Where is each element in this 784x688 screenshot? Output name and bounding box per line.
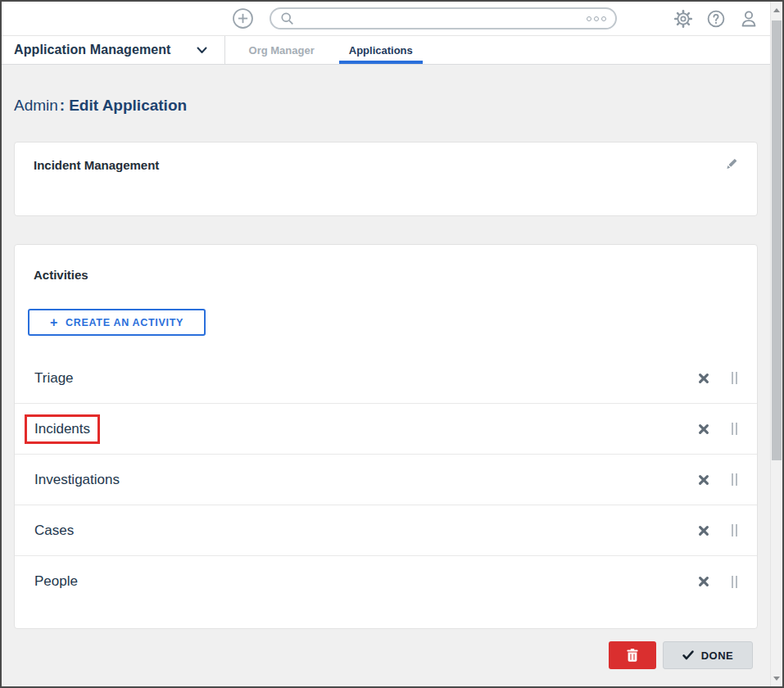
scroll-down-button[interactable]: [771, 672, 782, 685]
app-module-label: Application Management: [14, 43, 171, 57]
application-name-card: Incident Management: [14, 142, 758, 216]
activities-card: Activities + CREATE AN ACTIVITY Triage I…: [14, 244, 758, 629]
page-title-prefix: Admin: [14, 97, 58, 114]
settings-button[interactable]: [673, 9, 693, 29]
create-activity-button[interactable]: + CREATE AN ACTIVITY: [28, 309, 206, 336]
activities-heading: Activities: [15, 268, 757, 282]
drag-handle-icon[interactable]: [732, 473, 737, 486]
topbar-right-icons: [673, 9, 759, 29]
nav-bar: Application Management Org Manager Appli…: [2, 36, 770, 65]
help-button[interactable]: [706, 9, 726, 29]
activity-list: Triage Incidents Investigations: [15, 353, 757, 607]
search-icon: [280, 11, 294, 25]
search-bar[interactable]: [270, 7, 617, 29]
activity-row: Investigations: [15, 455, 757, 505]
done-button[interactable]: DONE: [663, 641, 753, 669]
drag-handle-icon[interactable]: [732, 423, 737, 435]
tab-bar: Org Manager Applications: [232, 36, 430, 64]
activity-label[interactable]: Cases: [34, 523, 74, 538]
footer-actions: DONE: [2, 641, 753, 669]
main-area: Application Management Org Manager Appli…: [2, 2, 770, 686]
done-label: DONE: [701, 650, 733, 662]
scrollbar-thumb[interactable]: [772, 20, 782, 460]
gear-icon: [673, 9, 693, 29]
tab-applications[interactable]: Applications: [332, 36, 430, 64]
x-mark-icon: [698, 474, 709, 486]
chevron-down-icon: [197, 47, 207, 54]
plus-circle-icon: [232, 7, 254, 29]
activity-label[interactable]: Incidents: [34, 421, 90, 437]
x-mark-icon: [698, 373, 709, 384]
remove-activity-button[interactable]: [698, 373, 709, 384]
triangle-down-icon: [773, 677, 780, 681]
checkmark-icon: [682, 650, 694, 660]
x-mark-icon: [698, 423, 709, 435]
activity-label[interactable]: Triage: [34, 370, 74, 386]
add-button[interactable]: [232, 7, 254, 29]
page-content: Admin:Edit Application Incident Manageme…: [2, 65, 770, 686]
question-circle-icon: [706, 9, 726, 29]
create-activity-label: CREATE AN ACTIVITY: [66, 317, 184, 328]
remove-activity-button[interactable]: [698, 525, 709, 536]
page-title: Admin:Edit Application: [14, 97, 758, 115]
activity-label-wrap: Triage: [34, 370, 698, 387]
scroll-up-button[interactable]: [771, 3, 782, 16]
x-mark-icon: [698, 576, 709, 587]
top-bar: [2, 2, 770, 36]
activity-label[interactable]: People: [34, 573, 78, 589]
scrollbar-track[interactable]: [770, 2, 782, 686]
account-button[interactable]: [739, 9, 759, 29]
activity-label-wrap: People: [34, 573, 698, 590]
drag-handle-icon[interactable]: [732, 524, 737, 536]
person-icon: [739, 9, 759, 29]
activity-row: People: [15, 556, 757, 607]
triangle-up-icon: [773, 8, 780, 12]
edit-application-button[interactable]: [723, 156, 740, 172]
app-module-menu[interactable]: Application Management: [2, 36, 207, 64]
activity-label[interactable]: Investigations: [34, 472, 120, 487]
search-input[interactable]: [300, 12, 587, 25]
remove-activity-button[interactable]: [698, 474, 709, 486]
remove-activity-button[interactable]: [698, 423, 709, 435]
application-name: Incident Management: [32, 158, 159, 172]
activity-row: Incidents: [15, 404, 757, 455]
activity-row: Cases: [15, 505, 757, 556]
remove-activity-button[interactable]: [698, 576, 709, 587]
pencil-icon: [723, 156, 740, 172]
activity-label-wrap: Investigations: [34, 472, 698, 488]
page-title-separator: :: [60, 97, 65, 114]
plus-icon: +: [50, 316, 58, 329]
app-window: Application Management Org Manager Appli…: [0, 0, 784, 688]
drag-handle-icon[interactable]: [732, 372, 737, 384]
trash-icon: [627, 649, 638, 662]
delete-application-button[interactable]: [609, 641, 656, 669]
nav-divider: [224, 36, 225, 64]
activity-label-wrap: Cases: [34, 523, 698, 539]
page-title-main: Edit Application: [69, 97, 187, 114]
x-mark-icon: [698, 525, 709, 536]
tab-org-manager[interactable]: Org Manager: [232, 36, 332, 64]
search-options-icon[interactable]: [587, 16, 606, 21]
activity-label-wrap: Incidents: [25, 414, 100, 444]
activity-row: Triage: [15, 353, 757, 404]
drag-handle-icon[interactable]: [732, 576, 737, 588]
